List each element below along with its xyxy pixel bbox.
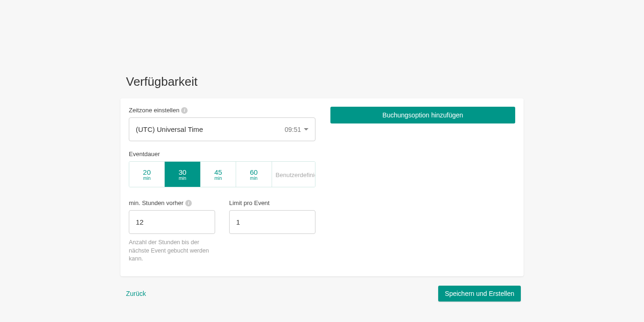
info-icon[interactable]: i [185, 200, 192, 206]
duration-options: 20 min 30 min 45 min 60 min [129, 161, 315, 187]
duration-unit: min [179, 176, 186, 181]
duration-option-20[interactable]: 20 min [129, 162, 165, 187]
duration-unit: min [250, 176, 258, 181]
form-footer: Zurück Speichern und Erstellen [120, 286, 524, 301]
timezone-select[interactable]: (UTC) Universal Time 09:51 [129, 117, 315, 141]
timezone-label: Zeitzone einstellen i [129, 107, 315, 114]
timezone-value: (UTC) Universal Time [136, 125, 203, 133]
page-title: Verfügbarkeit [120, 75, 524, 89]
duration-label-text: Eventdauer [129, 151, 160, 158]
duration-unit: min [214, 176, 222, 181]
add-booking-option-button[interactable]: Buchungsoption hinzufügen [330, 107, 515, 123]
availability-card: Zeitzone einstellen i (UTC) Universal Ti… [120, 98, 524, 276]
limit-label: Limit pro Event [229, 199, 315, 206]
duration-option-30[interactable]: 30 min [165, 162, 200, 187]
min-hours-label: min. Stunden vorher i [129, 199, 215, 206]
timezone-current-time: 09:51 [285, 126, 301, 133]
duration-option-60[interactable]: 60 min [236, 162, 272, 187]
duration-value: 60 [250, 169, 258, 176]
duration-option-45[interactable]: 45 min [201, 162, 236, 187]
duration-option-custom[interactable]: Benutzerdefiniert [272, 162, 315, 187]
info-icon[interactable]: i [181, 107, 188, 114]
min-hours-helper: Anzahl der Stunden bis der nächste Event… [129, 239, 213, 263]
min-hours-input[interactable] [129, 210, 215, 234]
duration-label: Eventdauer [129, 151, 315, 158]
duration-custom-label: Benutzerdefiniert [276, 171, 315, 178]
limit-label-text: Limit pro Event [229, 199, 270, 206]
duration-unit: min [143, 176, 151, 181]
duration-value: 20 [143, 169, 151, 176]
back-link[interactable]: Zurück [126, 290, 146, 297]
min-hours-label-text: min. Stunden vorher [129, 199, 183, 206]
duration-value: 45 [214, 169, 222, 176]
chevron-down-icon [304, 128, 308, 130]
limit-input[interactable] [229, 210, 315, 234]
timezone-label-text: Zeitzone einstellen [129, 107, 179, 114]
save-and-create-button[interactable]: Speichern und Erstellen [438, 286, 521, 301]
duration-value: 30 [179, 169, 187, 176]
